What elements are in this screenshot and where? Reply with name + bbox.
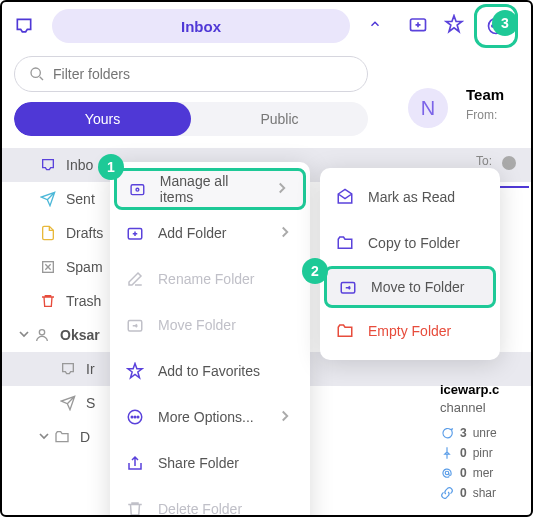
pin-icon bbox=[440, 446, 454, 460]
folder-label: S bbox=[86, 395, 95, 411]
menu-share-folder[interactable]: Share Folder bbox=[110, 440, 310, 486]
menu-more-options[interactable]: More Options... bbox=[110, 394, 310, 440]
star-icon bbox=[126, 362, 144, 380]
avatar: N bbox=[408, 88, 448, 128]
menu-move-folder: Move Folder bbox=[110, 302, 310, 348]
svg-point-16 bbox=[137, 416, 139, 418]
trash-icon bbox=[126, 500, 144, 517]
trash-icon bbox=[40, 293, 56, 309]
tab-public[interactable]: Public bbox=[191, 102, 368, 136]
svg-point-10 bbox=[136, 188, 139, 191]
menu-add-folder[interactable]: Add Folder bbox=[110, 210, 310, 256]
recipient-chip bbox=[502, 156, 516, 170]
folder-label: D bbox=[80, 429, 90, 445]
manage-submenu: Mark as Read Copy to Folder Move to Fold… bbox=[320, 168, 500, 360]
move-icon bbox=[126, 316, 144, 334]
step-badge-1: 1 bbox=[98, 154, 124, 180]
folder-icon bbox=[336, 234, 354, 252]
menu-label: Mark as Read bbox=[368, 189, 455, 205]
submenu-copy-folder[interactable]: Copy to Folder bbox=[320, 220, 500, 266]
folder-label: Inbo bbox=[66, 157, 93, 173]
domain-link[interactable]: icewarp.c bbox=[440, 382, 499, 397]
empty-folder-icon bbox=[336, 322, 354, 340]
folder-label: Ir bbox=[86, 361, 95, 377]
submenu-mark-read[interactable]: Mark as Read bbox=[320, 174, 500, 220]
menu-label: Move Folder bbox=[158, 317, 236, 333]
menu-label: More Options... bbox=[158, 409, 254, 425]
menu-delete-folder: Delete Folder bbox=[110, 486, 310, 517]
menu-manage-all[interactable]: Manage all items bbox=[114, 168, 306, 210]
from-label: From: bbox=[466, 108, 497, 122]
scope-tabs: Yours Public bbox=[14, 102, 368, 136]
at-icon bbox=[440, 466, 454, 480]
menu-label: Delete Folder bbox=[158, 501, 242, 517]
filter-text[interactable] bbox=[53, 66, 353, 82]
folder-label: Drafts bbox=[66, 225, 103, 241]
link-icon bbox=[440, 486, 454, 500]
chevron-down-icon[interactable] bbox=[36, 428, 48, 447]
inbox-tray-icon bbox=[14, 16, 34, 36]
message-title: Team bbox=[466, 86, 504, 103]
sent-icon bbox=[40, 191, 56, 207]
menu-label: Empty Folder bbox=[368, 323, 451, 339]
folder-label: Oksar bbox=[60, 327, 100, 343]
inbox-icon bbox=[60, 361, 76, 377]
svg-point-15 bbox=[134, 416, 136, 418]
step-badge-2: 2 bbox=[302, 258, 328, 284]
search-icon bbox=[29, 66, 45, 82]
step-badge-3: 3 bbox=[492, 10, 518, 36]
svg-point-7 bbox=[39, 330, 44, 335]
drafts-icon bbox=[40, 225, 56, 241]
person-icon bbox=[34, 327, 50, 343]
move-folder-icon bbox=[339, 278, 357, 296]
chevron-down-icon[interactable] bbox=[16, 326, 28, 345]
new-folder-icon[interactable] bbox=[408, 14, 428, 38]
stat-pinned: 0pinr bbox=[440, 446, 493, 460]
page-title: Inbox bbox=[181, 18, 221, 35]
spam-icon bbox=[40, 259, 56, 275]
submenu-empty-folder[interactable]: Empty Folder bbox=[320, 308, 500, 354]
menu-label: Manage all items bbox=[160, 173, 259, 205]
chevron-right-icon bbox=[276, 407, 294, 428]
inbox-header[interactable]: Inbox bbox=[52, 9, 350, 43]
manage-icon bbox=[129, 180, 146, 198]
share-icon bbox=[126, 454, 144, 472]
submenu-move-folder[interactable]: Move to Folder bbox=[324, 266, 496, 308]
menu-label: Add Folder bbox=[158, 225, 226, 241]
menu-label: Copy to Folder bbox=[368, 235, 460, 251]
menu-label: Rename Folder bbox=[158, 271, 255, 287]
mail-open-icon bbox=[336, 188, 354, 206]
add-folder-icon bbox=[126, 224, 144, 242]
menu-add-favorites[interactable]: Add to Favorites bbox=[110, 348, 310, 394]
folder-label: Sent bbox=[66, 191, 95, 207]
filter-folders-input[interactable] bbox=[14, 56, 368, 92]
svg-point-14 bbox=[131, 416, 133, 418]
rename-icon bbox=[126, 270, 144, 288]
chevron-right-icon bbox=[276, 223, 294, 244]
folder-context-menu: Manage all items Add Folder Rename Folde… bbox=[110, 162, 310, 517]
stat-mentions: 0mer bbox=[440, 466, 493, 480]
folder-label: Trash bbox=[66, 293, 101, 309]
menu-rename-folder: Rename Folder bbox=[110, 256, 310, 302]
collapse-icon[interactable] bbox=[368, 17, 382, 35]
folder-label: Spam bbox=[66, 259, 103, 275]
tab-yours[interactable]: Yours bbox=[14, 102, 191, 136]
svg-point-5 bbox=[31, 68, 40, 77]
folder-icon bbox=[54, 429, 70, 445]
star-icon[interactable] bbox=[444, 14, 464, 38]
svg-rect-9 bbox=[131, 185, 144, 195]
menu-label: Share Folder bbox=[158, 455, 239, 471]
stat-shared: 0shar bbox=[440, 486, 496, 500]
inbox-icon bbox=[40, 157, 56, 173]
to-label: To: bbox=[476, 154, 492, 168]
menu-label: Move to Folder bbox=[371, 279, 464, 295]
more-icon bbox=[126, 408, 144, 426]
sent-icon bbox=[60, 395, 76, 411]
chevron-right-icon bbox=[273, 179, 291, 200]
channel-label: channel bbox=[440, 400, 486, 415]
bubble-icon bbox=[440, 426, 454, 440]
menu-label: Add to Favorites bbox=[158, 363, 260, 379]
stat-unread: 3unre bbox=[440, 426, 497, 440]
